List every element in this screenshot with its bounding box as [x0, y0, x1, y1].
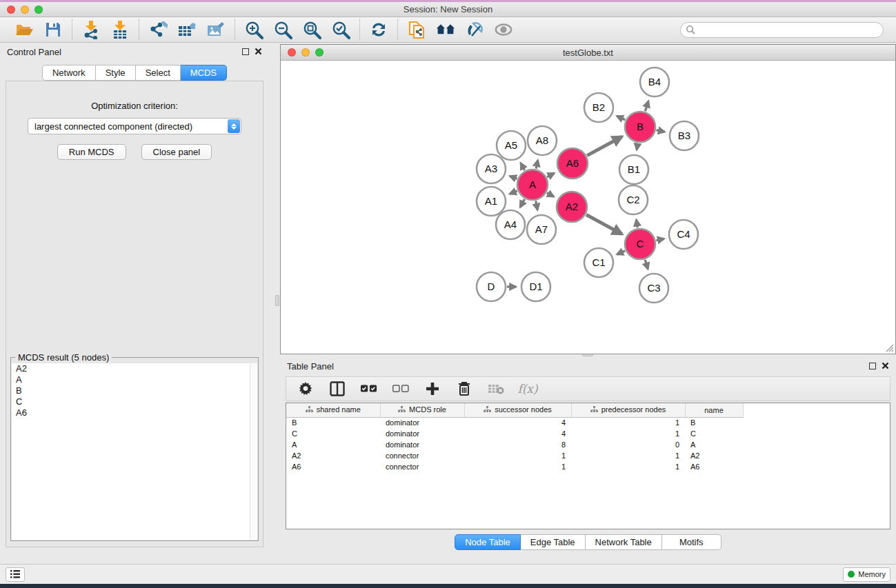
node-D1[interactable]: D1 — [521, 272, 550, 301]
window-resize-grip-icon[interactable] — [884, 343, 894, 352]
cell-name[interactable]: A — [685, 439, 743, 450]
close-table-panel-icon[interactable] — [882, 360, 889, 372]
open-folder-icon[interactable] — [14, 20, 34, 39]
node-B2[interactable]: B2 — [584, 93, 613, 122]
edge-A-A1[interactable] — [510, 191, 517, 194]
cell-mcds_role[interactable]: dominator — [380, 417, 464, 428]
gear-icon[interactable] — [297, 381, 314, 397]
node-B3[interactable]: B3 — [670, 121, 699, 150]
cell-predecessor_nodes[interactable]: 1 — [571, 417, 685, 428]
edge-B-B2[interactable] — [617, 116, 625, 120]
edge-C-C4[interactable] — [656, 239, 664, 241]
save-icon[interactable] — [43, 20, 63, 39]
edge-B-B4[interactable] — [645, 101, 648, 112]
node-C1[interactable]: C1 — [584, 248, 613, 277]
edge-A-A3[interactable] — [510, 176, 517, 179]
memory-button[interactable]: Memory — [843, 567, 890, 582]
graphics-details-icon[interactable] — [465, 20, 484, 39]
cell-shared_name[interactable]: C — [286, 428, 380, 439]
node-D[interactable]: D — [477, 272, 506, 301]
trash-icon[interactable] — [456, 381, 472, 397]
cell-mcds_role[interactable]: dominator — [380, 439, 464, 450]
close-panel-icon[interactable] — [255, 45, 262, 58]
node-B1[interactable]: B1 — [619, 155, 648, 184]
function-icon[interactable]: f(x) — [519, 381, 536, 397]
cell-name[interactable]: A6 — [685, 461, 743, 472]
export-image-icon[interactable] — [206, 20, 226, 39]
network-window-titlebar[interactable]: testGlobe.txt — [281, 45, 895, 61]
tab-mcds[interactable]: MCDS — [181, 65, 227, 81]
node-A[interactable]: A — [517, 170, 548, 200]
table-row[interactable]: Adominator80A — [286, 439, 743, 450]
column-header-MCDS-role[interactable]: MCDS role — [380, 403, 464, 417]
mcds-result-list[interactable]: A2ABCA6 — [12, 363, 257, 540]
search-input[interactable] — [680, 22, 884, 38]
import-table-icon[interactable] — [110, 20, 130, 39]
table-row[interactable]: A2connector11A2 — [286, 450, 743, 461]
node-C3[interactable]: C3 — [639, 274, 668, 303]
column-header-predecessor-nodes[interactable]: predecessor nodes — [571, 403, 685, 417]
table-row[interactable]: A6connector11A6 — [286, 461, 743, 472]
cell-successor_nodes[interactable]: 4 — [464, 417, 571, 428]
edge-A-A2[interactable] — [547, 193, 554, 197]
node-C2[interactable]: C2 — [619, 185, 648, 214]
refresh-icon[interactable] — [369, 20, 388, 39]
cell-shared_name[interactable]: B — [286, 417, 380, 428]
table-tab-edge-table[interactable]: Edge Table — [521, 534, 586, 550]
node-A7[interactable]: A7 — [527, 215, 556, 244]
cell-shared_name[interactable]: A2 — [286, 450, 380, 461]
tab-select[interactable]: Select — [136, 65, 181, 81]
result-item[interactable]: A2 — [12, 363, 257, 374]
eye-icon[interactable] — [494, 20, 513, 39]
result-item[interactable]: A — [12, 374, 257, 385]
cell-successor_nodes[interactable]: 1 — [464, 450, 571, 461]
add-icon[interactable] — [424, 381, 441, 397]
zoom-selected-icon[interactable] — [331, 20, 350, 39]
table-tab-network-table[interactable]: Network Table — [586, 534, 662, 550]
cell-mcds_role[interactable]: connector — [380, 461, 464, 472]
unselect-all-icon[interactable] — [392, 381, 409, 397]
edge-C-C2[interactable] — [636, 220, 637, 228]
column-header-name[interactable]: name — [685, 403, 743, 417]
network-graph[interactable]: B4B2BB3A5A8A6A3B1AA1C2A2A4A7C4CC1C3DD1 — [281, 61, 895, 354]
result-scrollbar[interactable] — [250, 363, 257, 540]
export-table-icon[interactable] — [177, 20, 197, 39]
edge-A-A7[interactable] — [536, 201, 538, 210]
cell-mcds_role[interactable]: dominator — [380, 428, 464, 439]
float-panel-icon[interactable] — [242, 48, 249, 55]
cell-predecessor_nodes[interactable]: 1 — [571, 461, 685, 472]
edge-A6-B[interactable] — [587, 136, 622, 155]
edge-A-A6[interactable] — [547, 173, 554, 177]
cell-successor_nodes[interactable]: 1 — [464, 461, 571, 472]
edge-B-B1[interactable] — [637, 143, 637, 150]
column-header-shared-name[interactable]: shared name — [286, 403, 380, 417]
criterion-dropdown[interactable]: largest connected component (directed) — [28, 118, 241, 134]
cell-shared_name[interactable]: A — [286, 439, 380, 450]
cell-predecessor_nodes[interactable]: 1 — [571, 450, 685, 461]
node-C4[interactable]: C4 — [669, 220, 698, 249]
tab-network[interactable]: Network — [42, 65, 96, 81]
node-A2[interactable]: A2 — [557, 192, 587, 222]
float-table-panel-icon[interactable] — [869, 363, 876, 369]
node-A6[interactable]: A6 — [557, 148, 588, 179]
delete-table-icon[interactable] — [488, 381, 504, 397]
vertical-splitter-grip[interactable] — [275, 295, 279, 306]
cell-predecessor_nodes[interactable]: 1 — [571, 428, 685, 439]
close-panel-button[interactable]: Close panel — [141, 144, 212, 160]
cell-name[interactable]: C — [685, 428, 743, 439]
result-item[interactable]: C — [12, 396, 257, 407]
cell-predecessor_nodes[interactable]: 0 — [571, 439, 685, 450]
edge-C-C3[interactable] — [645, 260, 648, 269]
node-B[interactable]: B — [625, 112, 655, 142]
clone-network-icon[interactable] — [407, 20, 426, 39]
table-row[interactable]: Cdominator41C — [286, 428, 743, 439]
edge-C-C1[interactable] — [617, 251, 625, 254]
node-table[interactable]: shared nameMCDS rolesuccessor nodesprede… — [286, 403, 890, 529]
import-network-icon[interactable] — [81, 20, 101, 39]
table-row[interactable]: Bdominator41B — [286, 417, 743, 428]
node-A4[interactable]: A4 — [496, 210, 525, 239]
cell-name[interactable]: B — [685, 417, 743, 428]
homes-icon[interactable] — [436, 20, 455, 39]
edge-A-A8[interactable] — [536, 160, 538, 168]
export-network-icon[interactable] — [148, 20, 168, 39]
